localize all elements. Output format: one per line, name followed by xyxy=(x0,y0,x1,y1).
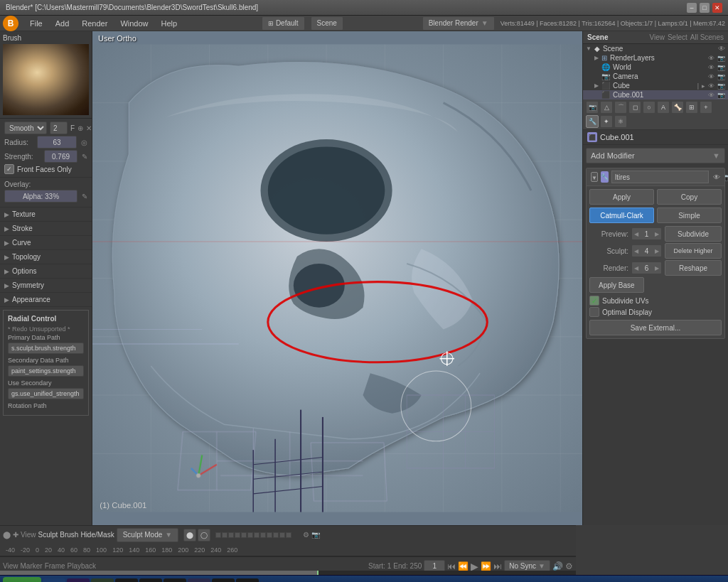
select-menu[interactable]: Select xyxy=(668,33,687,41)
radius-field[interactable]: 63 xyxy=(37,136,77,149)
menu-render[interactable]: Render xyxy=(76,18,113,29)
cube-render-icon[interactable]: 📷 xyxy=(717,82,725,90)
optimal-display-checkbox[interactable] xyxy=(589,307,599,317)
render-field[interactable]: ◀ 6 ▶ xyxy=(631,262,662,274)
rt-btn-armature[interactable]: 🦴 xyxy=(671,101,684,114)
strength-field[interactable]: 0.769 xyxy=(44,150,77,163)
render-right-arrow[interactable]: ▶ xyxy=(655,265,659,271)
mode-select[interactable]: Sculpt Mode ▼ xyxy=(117,528,179,542)
bt-brush-btn[interactable]: Brush xyxy=(60,531,78,539)
taskbar-icon-vlc[interactable]: 🔶 xyxy=(115,578,138,583)
reshape-button[interactable]: Reshape xyxy=(665,260,722,276)
stroke-section[interactable]: ▶ Stroke xyxy=(0,222,92,236)
modifier-name-input[interactable] xyxy=(611,171,709,183)
bt-hidemask-btn[interactable]: Hide/Mask xyxy=(80,531,114,539)
mode-btn-1[interactable]: ⬤ xyxy=(183,529,196,541)
topology-section[interactable]: ▶ Topology xyxy=(0,250,92,264)
taskbar-icon-chrome[interactable]: 🔵 xyxy=(164,578,186,583)
catmull-clark-button[interactable]: Catmull-Clark xyxy=(589,208,654,223)
viewport[interactable]: User Ortho xyxy=(92,31,582,525)
tl-audio[interactable]: 🔊 xyxy=(552,561,563,571)
renderlayers-eye-icon[interactable]: 👁 xyxy=(708,55,714,62)
sculpt-field[interactable]: ◀ 4 ▶ xyxy=(631,244,662,257)
appearance-section[interactable]: ▶ Appearance xyxy=(0,293,92,307)
strength-picker[interactable]: ✎ xyxy=(82,153,87,161)
rt-btn-modifier[interactable]: 🔧 xyxy=(586,115,599,128)
mode-btn-2[interactable]: ◯ xyxy=(198,529,210,541)
renderlayers-render-icon[interactable]: 📷 xyxy=(717,55,725,62)
rt-btn-mesh[interactable]: △ xyxy=(600,101,613,114)
menu-add[interactable]: Add xyxy=(50,18,75,29)
taskbar-icon-wrench[interactable]: 🔧 xyxy=(236,578,259,583)
bt-sculpt-btn[interactable]: Sculpt xyxy=(38,531,58,539)
options-section[interactable]: ▶ Options xyxy=(0,264,92,279)
copy-button[interactable]: Copy xyxy=(657,189,722,205)
taskbar-icon-tv[interactable]: 📺 xyxy=(212,578,235,583)
tree-renderlayers[interactable]: ▶ ⊞ RenderLayers 👁 📷 xyxy=(583,53,728,63)
tl-next[interactable]: ⏭ xyxy=(493,561,502,571)
taskbar-icon-explorer[interactable]: 📁 xyxy=(43,578,65,583)
mode-default-button[interactable]: ⊞ Default xyxy=(262,16,305,31)
view-menu[interactable]: View xyxy=(649,33,665,41)
cube001-render-icon[interactable]: 📷 xyxy=(717,92,725,99)
texture-section[interactable]: ▶ Texture xyxy=(0,208,92,222)
camera-eye-icon[interactable]: 👁 xyxy=(708,73,714,80)
radius-picker[interactable]: ◎ xyxy=(81,139,87,146)
rt-btn-surface[interactable]: ◻ xyxy=(628,101,641,114)
symmetry-section[interactable]: ▶ Symmetry xyxy=(0,279,92,293)
menu-help[interactable]: Help xyxy=(156,18,183,29)
apply-button[interactable]: Apply xyxy=(589,189,654,205)
tree-scene[interactable]: ▼ ◆ Scene 👁 xyxy=(583,44,728,53)
subdivide-uvs-checkbox[interactable]: ✓ xyxy=(589,296,599,306)
rt-btn-particles[interactable]: ✦ xyxy=(600,115,613,128)
tl-marker-btn[interactable]: Marker xyxy=(21,562,43,570)
world-render-icon[interactable]: 📷 xyxy=(717,64,725,71)
rt-btn-empty[interactable]: + xyxy=(700,101,712,114)
curve-section[interactable]: ▶ Curve xyxy=(0,236,92,250)
tl-settings[interactable]: ⚙ xyxy=(565,561,573,571)
cube-eye-icon[interactable]: 👁 xyxy=(708,82,714,90)
alpha-picker[interactable]: ✎ xyxy=(82,193,87,200)
smooth-input[interactable] xyxy=(50,122,68,134)
timeline[interactable]: View Marker Frame Playback Start: 1 End:… xyxy=(0,556,576,575)
tree-world[interactable]: ▶ 🌐 World 👁 📷 xyxy=(583,63,728,72)
rt-btn-camera[interactable]: 📷 xyxy=(586,101,599,114)
scene-button[interactable]: Scene xyxy=(311,16,343,31)
close-button[interactable]: ✕ xyxy=(712,3,722,13)
camera-render-icon[interactable]: 📷 xyxy=(717,73,725,80)
minimize-button[interactable]: – xyxy=(687,3,697,13)
subdivide-button[interactable]: Subdivide xyxy=(665,226,722,242)
smooth-close[interactable]: ✕ xyxy=(86,124,92,132)
simple-button[interactable]: Simple xyxy=(657,208,722,223)
menu-file[interactable]: File xyxy=(24,18,48,29)
preview-field[interactable]: ◀ 1 ▶ xyxy=(631,227,662,240)
maximize-button[interactable]: □ xyxy=(700,3,710,13)
tree-camera[interactable]: ▶ 📷 Camera 👁 📷 xyxy=(583,72,728,81)
tl-step-prev[interactable]: ⏪ xyxy=(458,561,469,571)
render-left-arrow[interactable]: ◀ xyxy=(634,265,638,271)
taskbar-icon-aion[interactable]: Ai xyxy=(67,578,90,583)
save-external-button[interactable]: Save External... xyxy=(589,320,722,335)
rt-btn-physics[interactable]: ⚛ xyxy=(614,115,627,128)
start-button[interactable]: 🪟 xyxy=(3,577,41,583)
renderer-button[interactable]: Blender Render ▼ xyxy=(422,16,495,31)
front-faces-checkbox[interactable]: ✓ xyxy=(4,164,14,174)
apply-base-button[interactable]: Apply Base xyxy=(589,277,644,293)
modifier-render-icon[interactable]: 📷 xyxy=(724,173,728,181)
modifier-toggle[interactable]: ▼ xyxy=(591,172,598,182)
taskbar-icon-app1[interactable]: 🐉 xyxy=(91,578,114,583)
cube001-eye-icon[interactable]: 👁 xyxy=(708,92,714,99)
bt-view-btn[interactable]: View xyxy=(21,531,36,539)
add-modifier-select[interactable]: Add Modifier ▼ xyxy=(586,148,725,163)
modifier-eye-icon[interactable]: 👁 xyxy=(713,173,720,181)
preview-right-arrow[interactable]: ▶ xyxy=(655,231,659,237)
menu-window[interactable]: Window xyxy=(114,18,154,29)
all-scenes[interactable]: All Scenes xyxy=(690,33,724,41)
alpha-field[interactable]: Alpha: 33% xyxy=(4,190,77,203)
tl-view-btn[interactable]: View xyxy=(3,562,18,570)
tl-prev[interactable]: ⏮ xyxy=(447,561,456,571)
tl-frame-btn[interactable]: Frame xyxy=(45,562,65,570)
smooth-select[interactable]: Smooth xyxy=(4,122,47,134)
tree-cube001[interactable]: ▶ ⬛ Cube.001 👁 📷 xyxy=(583,90,728,99)
preview-left-arrow[interactable]: ◀ xyxy=(634,231,638,237)
